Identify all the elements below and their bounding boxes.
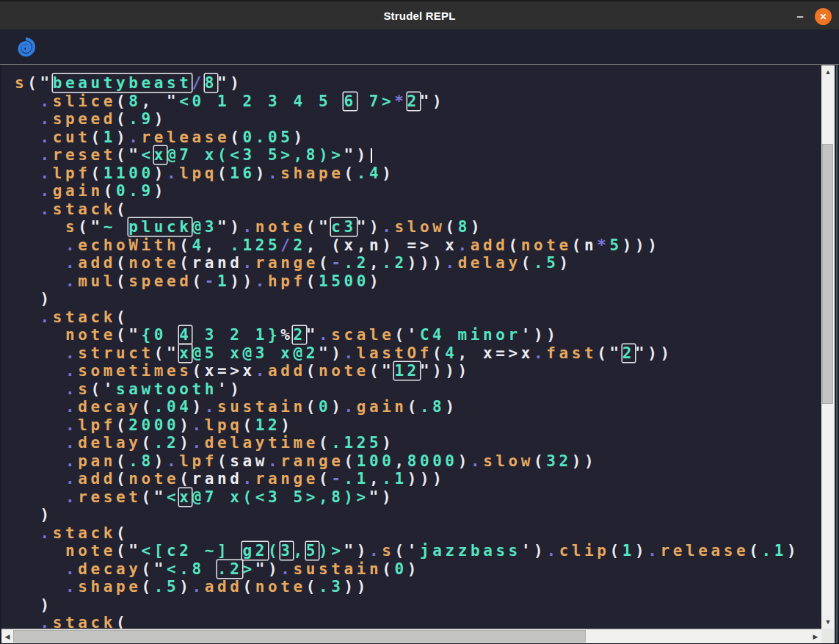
code-token: ") [420, 93, 446, 110]
code-token: ) [15, 596, 53, 614]
code-token: , " [141, 93, 179, 110]
code-token: ( [116, 254, 128, 272]
code-token [15, 254, 65, 272]
code-token: ( [242, 416, 255, 434]
code-token [15, 326, 65, 344]
code-token: (" [306, 218, 332, 236]
code-token: ( [306, 398, 319, 416]
code-token: 4 [179, 326, 192, 344]
code-token: ~ [103, 218, 129, 236]
code-token: note [128, 470, 179, 488]
code-token: ( [116, 452, 128, 470]
code-token: . [40, 308, 53, 326]
code-token: (" [597, 344, 622, 362]
code-token: ( [230, 129, 242, 146]
code-token: ) [382, 434, 394, 452]
code-token: 0 [319, 398, 331, 416]
code-token: ')) [521, 326, 559, 344]
code-token: (' [394, 326, 420, 344]
code-token: ( [116, 470, 128, 488]
code-token: ) [471, 218, 483, 236]
code-token: echoWith [78, 236, 179, 254]
code-token: lpq [205, 416, 243, 434]
titlebar[interactable]: Strudel REPL – ✕ [0, 0, 839, 29]
code-token: . [40, 200, 53, 218]
code-token: pan [78, 452, 116, 470]
code-token: sustain [293, 560, 382, 578]
code-token: .04 [154, 398, 192, 416]
code-token [15, 344, 65, 362]
code-token: , [369, 470, 382, 488]
code-line: .add(note(rand.range(-.1,.1))) [15, 470, 821, 488]
vertical-scrollbar-thumb[interactable] [822, 144, 833, 404]
code-token: . [40, 110, 53, 128]
minimize-button[interactable]: – [793, 12, 807, 25]
code-token [15, 164, 40, 182]
code-token: 4 [192, 236, 204, 254]
code-token: )> [319, 542, 344, 560]
code-editor[interactable]: s("beautybeast/8") .slice(8, "<0 1 2 3 4… [1, 65, 821, 629]
code-token: . [205, 398, 217, 416]
code-token: ( [306, 272, 319, 290]
scrollbar-corner [821, 629, 835, 643]
code-token: )) [572, 452, 598, 470]
code-token: .8 [128, 452, 154, 470]
code-token: ) [787, 542, 799, 560]
code-token: g2 [242, 542, 268, 560]
code-token: note [319, 362, 369, 380]
scroll-up-arrow-icon[interactable]: ▲ [821, 65, 835, 79]
code-token: (x=>x [192, 362, 255, 380]
code-token: . [65, 470, 78, 488]
code-token: cut [53, 129, 91, 146]
code-token: ))) [407, 254, 446, 272]
scroll-right-arrow-icon[interactable]: ▶ [810, 630, 821, 643]
code-token: (" [369, 362, 395, 380]
code-token: ( [242, 578, 255, 596]
code-token: speed [53, 110, 116, 128]
code-token: ( [445, 218, 457, 236]
code-token [15, 129, 40, 146]
code-token: . [65, 362, 78, 380]
toolbar [0, 29, 839, 65]
code-token: hpf [268, 272, 306, 290]
code-token: ( [141, 398, 153, 416]
code-token: . [344, 344, 356, 362]
code-token: ( [116, 416, 128, 434]
code-token: < [167, 488, 179, 506]
code-line: .mul(speed(-1)).hpf(1500) [15, 272, 821, 291]
code-token: . [445, 254, 457, 272]
code-token: . [268, 164, 280, 182]
code-token: delay [78, 434, 141, 452]
code-token: add [205, 578, 243, 596]
code-token: . [65, 578, 78, 596]
code-line: s("~ pluck@3").note("c3").slow(8) [15, 218, 821, 236]
scroll-down-arrow-icon[interactable]: ▼ [821, 615, 835, 629]
code-token: release [141, 129, 230, 146]
code-token: .125 [230, 236, 280, 254]
code-token: (rand [179, 254, 242, 272]
code-token [15, 398, 65, 416]
code-token: ( [610, 542, 622, 560]
code-token: .9 [128, 110, 154, 128]
scroll-left-arrow-icon[interactable]: ◀ [1, 630, 13, 643]
horizontal-scrollbar-thumb[interactable] [13, 630, 586, 643]
code-token: struct [78, 344, 153, 362]
code-token: . [65, 398, 78, 416]
code-token: . [128, 129, 141, 146]
horizontal-scrollbar[interactable]: ◀ ▶ [1, 629, 821, 643]
code-token: . [40, 146, 53, 164]
code-token: ( [141, 434, 153, 452]
vertical-scrollbar[interactable]: ▲ ▼ [821, 65, 835, 629]
code-token: ") [357, 218, 382, 236]
code-line: .add(note(rand.range(-.2,.2))).delay(.5) [15, 254, 821, 272]
code-line: .struct("x@5 x@3 x@2").lastOf(4, x=>x.fa… [15, 344, 821, 363]
code-area[interactable]: s("beautybeast/8") .slice(8, "<0 1 2 3 4… [1, 65, 821, 629]
code-token: (' [394, 542, 420, 560]
code-token: s [15, 74, 27, 92]
code-token: / [192, 74, 204, 92]
close-button[interactable]: ✕ [815, 8, 832, 25]
strudel-logo-icon[interactable] [13, 35, 38, 59]
code-token: ( [382, 560, 394, 578]
strudel-repl-window: Strudel REPL – ✕ s("beautybeast/8") .sli… [0, 0, 839, 644]
code-token: 5 [306, 542, 319, 560]
